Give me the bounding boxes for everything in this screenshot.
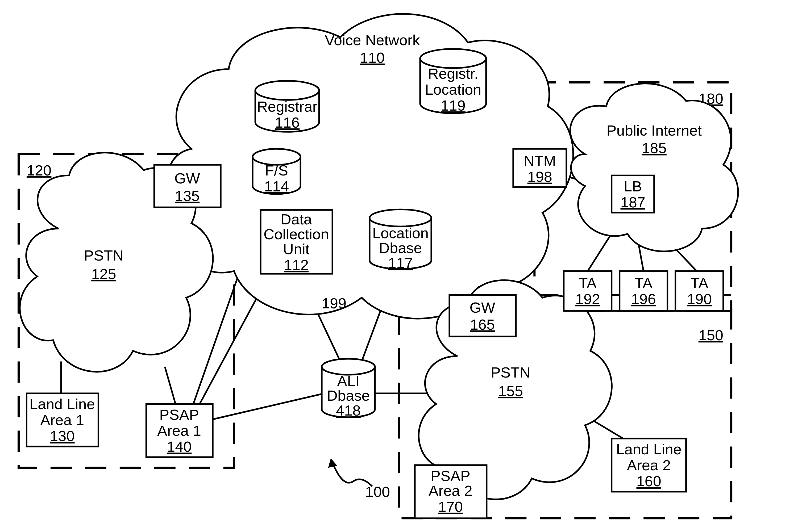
pstn-right-ref: 155 bbox=[498, 383, 523, 399]
svg-text:418: 418 bbox=[336, 402, 361, 419]
voice-network-ref: 110 bbox=[360, 49, 385, 66]
network-diagram: 120 150 180 Voice Network 110 PSTN 125 P… bbox=[0, 0, 802, 532]
landline-2-box: Land Line Area 2 160 bbox=[612, 438, 686, 492]
gw-left-box: GW 135 bbox=[154, 165, 221, 207]
svg-text:PSAP: PSAP bbox=[159, 406, 199, 423]
svg-text:165: 165 bbox=[470, 316, 495, 333]
svg-point-35 bbox=[370, 209, 431, 227]
svg-text:TA: TA bbox=[635, 274, 653, 291]
ta-c-box: TA 190 bbox=[675, 271, 723, 311]
ta-a-box: TA 192 bbox=[564, 271, 612, 311]
pstn-left-ref: 125 bbox=[91, 266, 116, 282]
svg-text:187: 187 bbox=[620, 194, 645, 211]
svg-text:PSAP: PSAP bbox=[431, 468, 470, 484]
svg-text:TA: TA bbox=[579, 274, 597, 291]
svg-text:114: 114 bbox=[264, 178, 289, 195]
svg-text:Dbase: Dbase bbox=[379, 240, 422, 256]
registr-location-cylinder: Registr. Location 119 bbox=[420, 49, 486, 114]
svg-text:F/S: F/S bbox=[265, 162, 288, 179]
svg-text:130: 130 bbox=[50, 428, 74, 444]
svg-text:112: 112 bbox=[284, 256, 309, 273]
svg-text:ALI: ALI bbox=[337, 373, 360, 389]
svg-text:Dbase: Dbase bbox=[327, 387, 370, 404]
svg-point-25 bbox=[255, 81, 319, 100]
location-dbase-cylinder: Location Dbase 117 bbox=[370, 209, 431, 271]
svg-text:192: 192 bbox=[575, 290, 600, 307]
svg-text:GW: GW bbox=[174, 170, 200, 187]
svg-text:Area 1: Area 1 bbox=[40, 412, 84, 428]
svg-text:GW: GW bbox=[469, 299, 495, 316]
svg-text:117: 117 bbox=[388, 254, 413, 271]
svg-text:Unit: Unit bbox=[283, 241, 310, 258]
svg-text:Area 2: Area 2 bbox=[627, 457, 671, 474]
svg-marker-24 bbox=[328, 458, 337, 468]
public-internet-label: Public Internet bbox=[607, 122, 702, 139]
svg-line-13 bbox=[210, 394, 324, 420]
svg-text:198: 198 bbox=[527, 168, 552, 185]
svg-text:140: 140 bbox=[167, 438, 191, 455]
svg-line-1 bbox=[165, 367, 175, 404]
svg-text:116: 116 bbox=[275, 114, 300, 131]
svg-text:NTM: NTM bbox=[524, 152, 556, 169]
svg-text:Location: Location bbox=[372, 225, 429, 242]
pstn-right-label: PSTN bbox=[491, 364, 530, 381]
psap-1-box: PSAP Area 1 140 bbox=[146, 404, 213, 457]
svg-text:160: 160 bbox=[636, 473, 661, 490]
svg-text:Location: Location bbox=[425, 81, 482, 98]
svg-text:Land Line: Land Line bbox=[616, 441, 682, 458]
svg-text:Collection: Collection bbox=[264, 226, 329, 243]
svg-text:Registr.: Registr. bbox=[428, 65, 479, 82]
svg-text:170: 170 bbox=[438, 498, 463, 515]
svg-text:Area 1: Area 1 bbox=[157, 422, 201, 439]
ali-dbase-cylinder: ALI Dbase 418 bbox=[322, 359, 375, 419]
voice-network-label: Voice Network bbox=[325, 32, 420, 49]
lb-box: LB 187 bbox=[612, 175, 654, 213]
svg-text:135: 135 bbox=[175, 187, 200, 204]
fs-cylinder: F/S 114 bbox=[253, 149, 301, 195]
svg-text:196: 196 bbox=[631, 290, 656, 307]
pstn-left-label: PSTN bbox=[84, 247, 124, 264]
svg-text:Land Line: Land Line bbox=[30, 396, 95, 412]
svg-text:Registrar: Registrar bbox=[257, 98, 317, 115]
registrar-cylinder: Registrar 116 bbox=[255, 81, 319, 132]
group-120-ref: 120 bbox=[26, 162, 51, 179]
svg-text:TA: TA bbox=[690, 274, 708, 291]
public-internet-ref: 185 bbox=[641, 139, 666, 156]
svg-text:Area 2: Area 2 bbox=[429, 482, 472, 499]
landline-1-box: Land Line Area 1 130 bbox=[26, 394, 98, 446]
center-group-ref: 199 bbox=[322, 295, 346, 311]
ntm-box: NTM 198 bbox=[513, 149, 566, 187]
svg-text:Data: Data bbox=[281, 211, 312, 228]
group-150-ref: 150 bbox=[698, 327, 723, 343]
gw-right-box: GW 165 bbox=[449, 295, 516, 337]
public-internet-cloud bbox=[570, 83, 738, 251]
svg-text:190: 190 bbox=[687, 290, 712, 307]
figure-ref: 100 bbox=[365, 483, 390, 500]
psap-2-box: PSAP Area 2 170 bbox=[415, 465, 486, 518]
ta-b-box: TA 196 bbox=[619, 271, 667, 311]
data-collection-unit-box: Data Collection Unit 112 bbox=[261, 210, 333, 274]
svg-text:119: 119 bbox=[441, 97, 466, 114]
svg-text:LB: LB bbox=[624, 178, 642, 195]
